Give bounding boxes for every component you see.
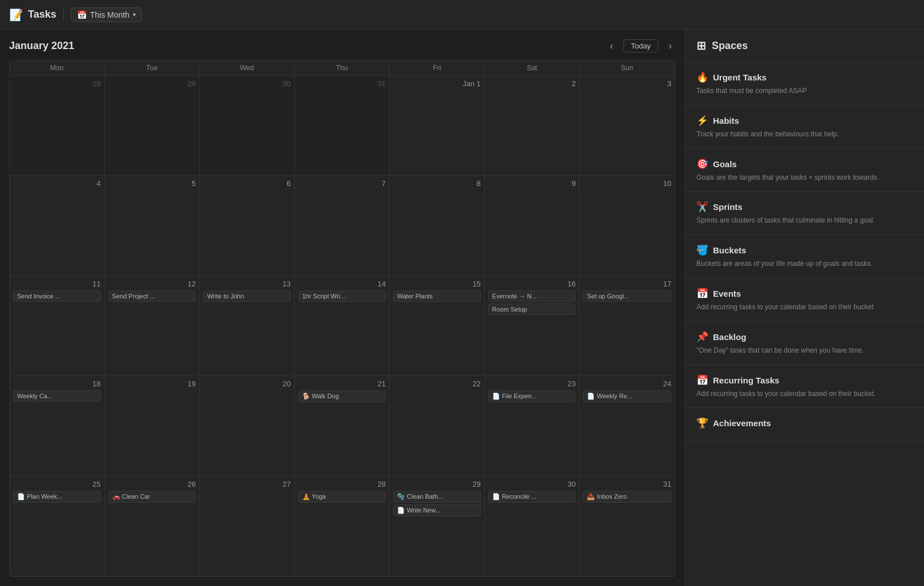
space-card-recurring-tasks[interactable]: 📅Recurring TasksAdd recurring tasks to y… (685, 365, 924, 409)
task-pill[interactable]: 🫧 Clean Bath... (393, 491, 481, 503)
task-pill[interactable]: Water Plants (393, 290, 481, 302)
task-pill[interactable]: 📄 Weekly Re... (583, 390, 671, 402)
cal-cell-0-6[interactable]: 3 (579, 76, 675, 176)
space-card-urgent-tasks[interactable]: 🔥Urgent TasksTasks that must be complete… (685, 62, 924, 106)
task-pill[interactable]: 📄 Reconcile ... (488, 491, 576, 503)
space-card-backlog[interactable]: 📌Backlog"One Day" tasks that can be done… (685, 322, 924, 365)
date-number: 25 (13, 480, 101, 488)
cal-cell-4-3[interactable]: 28🧘 Yoga (295, 476, 390, 576)
space-card-achievements[interactable]: 🏆Achievements (685, 408, 924, 442)
date-number: 27 (203, 480, 291, 488)
space-title-text: Backlog (713, 332, 746, 342)
cal-cell-2-0[interactable]: 11Send Invoice ... (10, 276, 105, 376)
cal-cell-0-5[interactable]: 2 (485, 76, 580, 176)
date-number: 24 (583, 379, 671, 388)
cal-cell-2-6[interactable]: 17Set up Googl... (579, 276, 675, 376)
cal-cell-0-0[interactable]: 28 (10, 76, 105, 176)
cal-cell-1-3[interactable]: 7 (295, 176, 390, 276)
cal-cell-3-0[interactable]: 18Weekly Ca... (10, 376, 105, 476)
space-title-text: Events (713, 289, 741, 298)
space-card-buckets[interactable]: 🪣BucketsBuckets are areas of your life m… (685, 235, 924, 278)
cal-cell-1-5[interactable]: 9 (485, 176, 580, 276)
cal-cell-1-1[interactable]: 5 (105, 176, 200, 276)
task-pill[interactable]: Evernote → N... (488, 290, 576, 302)
space-card-events[interactable]: 📅EventsAdd recurring tasks to your calen… (685, 278, 924, 322)
space-card-description: Goals are the targets that your tasks + … (696, 173, 913, 183)
date-number: 17 (583, 280, 671, 288)
today-button[interactable]: Today (623, 39, 658, 52)
view-selector[interactable]: 📅 This Month ▾ (71, 7, 142, 22)
habits-icon: ⚡ (696, 115, 708, 127)
task-pill[interactable]: Set up Googl... (583, 290, 671, 302)
day-header-sat: Sat (485, 60, 580, 76)
task-pill[interactable]: 🚗 Clean Car (108, 491, 196, 503)
task-pill[interactable]: 📄 Write New... (393, 504, 481, 516)
task-pill[interactable]: Weekly Ca... (13, 390, 101, 402)
cal-cell-3-2[interactable]: 20 (200, 376, 295, 476)
space-title-text: Goals (713, 159, 737, 169)
space-card-habits[interactable]: ⚡HabitsTrack your habits and the behavio… (685, 106, 924, 149)
space-card-title: 🏆Achievements (696, 417, 913, 429)
app-header: 📝 Tasks 📅 This Month ▾ (0, 0, 924, 30)
task-pill[interactable]: 🐕 Walk Dog (298, 390, 386, 402)
task-pill[interactable]: 1hr Script Wri... (298, 290, 386, 302)
cal-cell-3-5[interactable]: 23📄 File Expen... (485, 376, 580, 476)
cal-cell-3-6[interactable]: 24📄 Weekly Re... (579, 376, 675, 476)
cal-cell-3-4[interactable]: 22 (390, 376, 485, 476)
date-number: 19 (108, 379, 196, 388)
sidebar: ⊞ Spaces 🔥Urgent TasksTasks that must be… (684, 30, 924, 586)
next-month-button[interactable]: › (665, 39, 675, 53)
cal-cell-0-3[interactable]: 31 (295, 76, 390, 176)
cal-cell-1-6[interactable]: 10 (579, 176, 675, 276)
task-pill[interactable]: 📄 Plan Week... (13, 491, 101, 503)
date-number: 26 (108, 480, 196, 488)
day-header-sun: Sun (579, 60, 675, 76)
cal-cell-2-3[interactable]: 141hr Script Wri... (295, 276, 390, 376)
day-header-fri: Fri (390, 60, 485, 76)
space-card-goals[interactable]: 🎯GoalsGoals are the targets that your ta… (685, 149, 924, 192)
cal-cell-4-6[interactable]: 31📥 Inbox Zero (579, 476, 675, 576)
cal-cell-4-4[interactable]: 29🫧 Clean Bath...📄 Write New... (390, 476, 485, 576)
urgent-tasks-icon: 🔥 (696, 71, 708, 83)
space-card-title: ⚡Habits (696, 115, 913, 127)
task-pill[interactable]: Send Project ... (108, 290, 196, 302)
cal-cell-2-4[interactable]: 15Water Plants (390, 276, 485, 376)
space-title-text: Sprints (713, 202, 743, 212)
date-number: 5 (108, 179, 196, 188)
cal-cell-4-0[interactable]: 25📄 Plan Week... (10, 476, 105, 576)
calendar-nav: ‹ Today › (606, 39, 675, 53)
cal-cell-4-1[interactable]: 26🚗 Clean Car (105, 476, 200, 576)
date-number: 29 (393, 480, 481, 488)
space-title-text: Buckets (713, 245, 746, 255)
cal-cell-0-2[interactable]: 30 (200, 76, 295, 176)
cal-cell-3-1[interactable]: 19 (105, 376, 200, 476)
task-pill[interactable]: 📥 Inbox Zero (583, 491, 671, 503)
prev-month-button[interactable]: ‹ (606, 39, 617, 53)
day-header-mon: Mon (10, 60, 105, 76)
cal-cell-3-3[interactable]: 21🐕 Walk Dog (295, 376, 390, 476)
space-card-description: Add recurring tasks to your calendar bas… (696, 389, 913, 399)
cal-cell-2-5[interactable]: 16Evernote → N...Room Setup (485, 276, 580, 376)
cal-cell-1-4[interactable]: 8 (390, 176, 485, 276)
cal-cell-4-2[interactable]: 27 (200, 476, 295, 576)
task-pill[interactable]: Send Invoice ... (13, 290, 101, 302)
space-card-title: ✂️Sprints (696, 201, 913, 213)
task-pill[interactable]: 📄 File Expen... (488, 390, 576, 402)
cal-cell-0-1[interactable]: 29 (105, 76, 200, 176)
cal-cell-1-2[interactable]: 6 (200, 176, 295, 276)
cal-cell-0-4[interactable]: Jan 1 (390, 76, 485, 176)
cal-cell-1-0[interactable]: 4 (10, 176, 105, 276)
sidebar-title: Spaces (712, 40, 748, 52)
task-pill[interactable]: 🧘 Yoga (298, 491, 386, 503)
task-pill[interactable]: Write to John (203, 290, 291, 302)
day-header-thu: Thu (295, 60, 390, 76)
sprints-icon: ✂️ (696, 201, 708, 213)
cal-cell-2-2[interactable]: 13Write to John (200, 276, 295, 376)
task-pill[interactable]: Room Setup (488, 304, 576, 315)
space-title-text: Recurring Tasks (713, 375, 779, 385)
space-card-sprints[interactable]: ✂️SprintsSprints are clusters of tasks t… (685, 192, 924, 235)
calendar-month-title: January 2021 (9, 40, 74, 52)
date-number: 30 (488, 480, 576, 488)
cal-cell-2-1[interactable]: 12Send Project ... (105, 276, 200, 376)
cal-cell-4-5[interactable]: 30📄 Reconcile ... (485, 476, 580, 576)
